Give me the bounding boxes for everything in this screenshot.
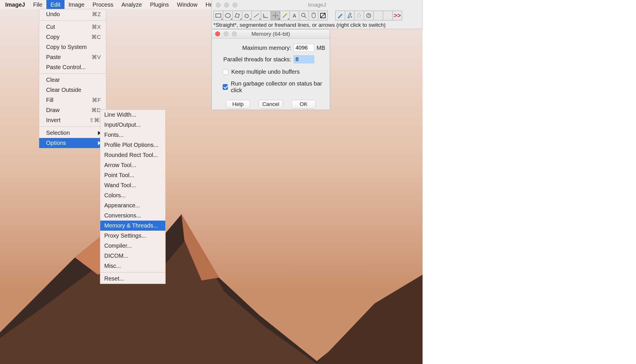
ok-button[interactable]: OK [292,100,316,109]
svg-point-17 [358,16,359,16]
tool-variant-icon [259,18,260,20]
tool-hand[interactable] [308,11,318,20]
menu-selection[interactable]: Selection [39,128,106,138]
max-memory-unit: MB [317,45,325,51]
svg-text:?: ? [368,14,370,17]
opt-compiler[interactable]: Compiler... [100,241,165,251]
minimize-dot-icon[interactable] [224,3,229,7]
imagej-window: ImageJ A ? >> *Straight*, segmented or f… [211,0,423,29]
edit-menu: Undo⌘Z Cut⌘X Copy⌘C Copy to System Paste… [39,9,106,148]
tool-line[interactable] [251,11,261,20]
minimize-dot-icon[interactable] [224,31,228,36]
opt-wand-tool[interactable]: Wand Tool... [100,180,165,190]
gc-label: Run garbage collector on status bar clic… [231,80,325,94]
tool-flood-fill[interactable] [345,11,355,20]
opt-profile-plot[interactable]: Profile Plot Options... [100,140,165,150]
undo-buffers-checkbox[interactable] [223,69,228,75]
menu-paste-control[interactable]: Paste Control... [39,62,106,72]
opt-rounded-rect[interactable]: Rounded Rect Tool... [100,150,165,160]
tool-magnifier[interactable] [299,11,309,20]
opt-memory-threads[interactable]: Memory & Threads... [100,221,165,231]
menubar-image[interactable]: Image [65,0,89,9]
opt-input-output[interactable]: Input/Output... [100,120,165,130]
menu-options[interactable]: Options [39,138,106,148]
tool-polygon[interactable] [232,11,242,20]
tool-angle[interactable] [261,11,271,20]
max-memory-input[interactable] [294,44,314,52]
tool-spray[interactable] [354,11,364,20]
menu-copy[interactable]: Copy⌘C [39,32,106,42]
traffic-lights [216,3,237,7]
tool-dev-menu[interactable]: ? [364,11,374,20]
opt-proxy[interactable]: Proxy Settings... [100,231,165,241]
threads-input[interactable] [294,55,314,63]
opt-point-tool[interactable]: Point Tool... [100,170,165,180]
menu-invert[interactable]: Invert⇧⌘I [39,115,106,125]
opt-line-width[interactable]: Line Width... [100,110,165,120]
tool-oval[interactable] [223,11,233,20]
svg-point-5 [275,15,276,16]
threads-label: Parallel threads for stacks: [223,56,291,63]
menubar-file[interactable]: File [29,0,46,9]
menu-draw[interactable]: Draw⌘D [39,105,106,115]
menu-separator [39,73,106,74]
opt-appearance[interactable]: Appearance... [100,200,165,211]
opt-reset[interactable]: Reset... [100,274,165,284]
menubar-analyze[interactable]: Analyze [117,0,146,9]
menubar-plugins[interactable]: Plugins [146,0,173,9]
gc-checkbox[interactable] [223,84,228,90]
tool-variant-icon [278,18,279,20]
menubar-window[interactable]: Window [173,0,201,9]
options-submenu: Line Width... Input/Output... Fonts... P… [100,109,166,284]
tool-more[interactable]: >> [392,11,402,20]
menu-clear-outside[interactable]: Clear Outside [39,85,106,95]
opt-conversions[interactable]: Conversions... [100,211,165,221]
traffic-lights [215,31,237,36]
toolbar-spacer [328,11,336,20]
tool-rectangle[interactable] [213,11,223,20]
tool-variant-icon [249,18,251,20]
menubar-app[interactable]: ImageJ [0,0,29,9]
menubar-edit[interactable]: Edit [46,0,64,9]
opt-fonts[interactable]: Fonts... [100,130,165,140]
tool-wand[interactable] [280,11,290,20]
menu-copy-to-system[interactable]: Copy to System [39,42,106,52]
svg-point-1 [225,14,230,18]
opt-misc[interactable]: Misc... [100,261,165,271]
menu-fill[interactable]: Fill⌘F [39,95,106,105]
tool-empty-2[interactable] [383,11,393,20]
opt-colors[interactable]: Colors... [100,190,165,200]
cancel-button[interactable]: Cancel [259,100,283,109]
menu-cut[interactable]: Cut⌘X [39,22,106,32]
imagej-title: ImageJ [212,2,422,8]
menu-clear[interactable]: Clear [39,75,106,85]
dialog-titlebar[interactable]: Memory (64-bit) [212,29,330,39]
tool-empty-1[interactable] [373,11,383,20]
menubar-process[interactable]: Process [88,0,117,9]
undo-buffers-label: Keep multiple undo buffers [231,69,300,75]
menu-separator [100,272,165,272]
dialog-body: Maximum memory: MB Parallel threads for … [212,39,330,110]
close-dot-icon[interactable] [216,3,221,7]
tool-paintbrush[interactable] [335,11,345,20]
opt-arrow-tool[interactable]: Arrow Tool... [100,160,165,170]
imagej-titlebar[interactable]: ImageJ [212,0,422,10]
zoom-dot-icon[interactable] [232,31,237,36]
svg-point-16 [360,15,361,16]
svg-point-18 [360,17,360,17]
svg-text:A: A [293,13,296,19]
help-button[interactable]: Help [226,100,250,109]
tool-point[interactable] [270,11,280,20]
close-dot-icon[interactable] [215,31,220,36]
menu-paste[interactable]: Paste⌘V [39,52,106,62]
tool-freehand[interactable] [242,11,252,20]
zoom-dot-icon[interactable] [232,3,237,7]
toolbar: A ? >> [212,10,422,21]
svg-line-2 [254,14,259,18]
svg-point-19 [357,17,358,18]
tool-color-picker[interactable] [318,11,328,20]
tool-text[interactable]: A [289,11,299,20]
opt-dicom[interactable]: DICOM... [100,251,165,261]
menu-undo[interactable]: Undo⌘Z [39,9,106,19]
svg-rect-0 [216,14,221,17]
